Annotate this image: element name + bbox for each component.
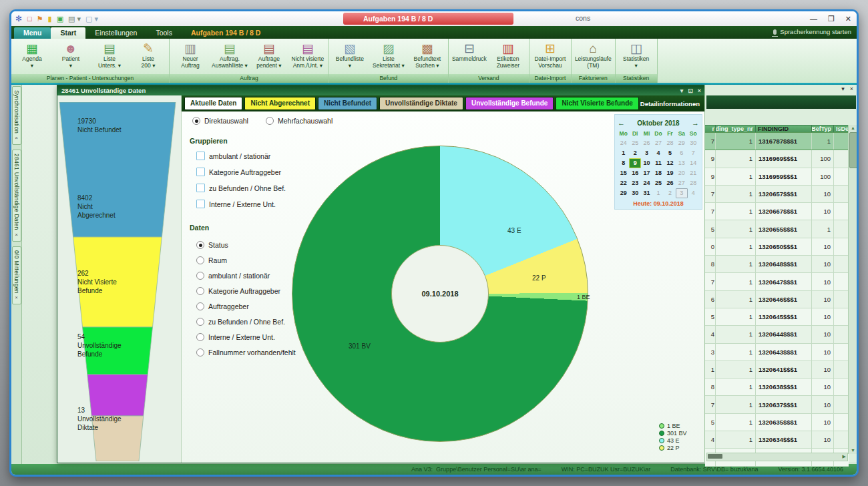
minimize-button[interactable]: — xyxy=(810,15,817,23)
column-header[interactable]: BefTyp xyxy=(812,126,834,132)
calendar-day[interactable]: 3 xyxy=(641,148,652,158)
table-row[interactable]: 1 1 1320641$$$1 10 xyxy=(705,361,849,379)
speech-recognition-button[interactable]: Spracherkennung starten xyxy=(773,28,851,35)
column-header[interactable]: finding_type_nr xyxy=(716,126,756,132)
table-row[interactable]: 7 1 1320637$$$1 10 xyxy=(705,396,849,413)
task-badge[interactable]: Aufgaben 194 B / 8 D xyxy=(343,13,513,25)
calendar-day[interactable]: 13 xyxy=(676,158,687,168)
scrollbar-thumb[interactable] xyxy=(849,132,857,168)
scroll-down-icon[interactable]: ▼ xyxy=(849,447,857,454)
table-row[interactable]: 9 1 1316959$$$1 100 xyxy=(705,168,849,186)
side-tab[interactable]: 28461 Unvollständige Daten × xyxy=(12,150,21,242)
table-row[interactable]: 5 1 1320655$$$1 1 xyxy=(705,220,849,238)
donut-chart[interactable]: 09.10.2018 xyxy=(292,146,588,442)
ribbon-tab[interactable]: Tools xyxy=(146,27,182,39)
calendar-day[interactable]: 26 xyxy=(664,178,676,188)
lock-icon[interactable]: ▮ xyxy=(48,15,52,23)
table-row[interactable]: 7 1 1320657$$$1 10 xyxy=(705,186,849,203)
table-row[interactable]: 4 1 1320644$$$1 10 xyxy=(705,326,849,343)
status-tab[interactable]: Unvollständige Befunde xyxy=(465,97,554,110)
vertical-scrollbar[interactable]: ▲ ▼ xyxy=(848,125,857,454)
neuer-auftrag-icon[interactable]: ▥Neuer Auftrag xyxy=(171,40,210,70)
befundliste-icon[interactable]: ▧Befundliste ▾ xyxy=(331,40,369,70)
calendar-day[interactable]: 21 xyxy=(688,168,699,178)
calendar-day[interactable]: 17 xyxy=(641,168,652,178)
maximize-button[interactable]: ❒ xyxy=(828,15,835,23)
ribbon-tab[interactable]: Aufgaben 194 B / 8 D xyxy=(182,27,270,39)
calendar-day[interactable]: 29 xyxy=(618,188,629,198)
scrollbar-thumb[interactable] xyxy=(708,454,722,459)
calendar-day[interactable]: 1 xyxy=(652,188,664,198)
column-header[interactable]: FINDINGID xyxy=(756,126,812,132)
print-dropdown-icon[interactable]: ▤ ▾ xyxy=(68,15,81,23)
nicht-visierte-icon[interactable]: ▤Nicht visierte Anm./Unt. ▾ xyxy=(288,40,327,70)
restore-icon[interactable]: ⊡ xyxy=(688,87,693,94)
calendar-day[interactable]: 15 xyxy=(618,168,629,178)
patient-icon[interactable]: ☻Patient ▾ xyxy=(51,40,90,70)
calendar-day[interactable]: 27 xyxy=(652,138,664,148)
ribbon-tab[interactable]: Einstellungen xyxy=(85,27,146,39)
column-header[interactable]: IsDelete xyxy=(834,126,849,132)
calendar-day[interactable]: 10 xyxy=(641,158,652,168)
key-icon[interactable]: ⚑ xyxy=(37,15,43,23)
close-icon[interactable]: × xyxy=(15,294,18,300)
table-row[interactable]: 4 1 1320634$$$1 10 xyxy=(705,431,849,449)
close-icon[interactable]: × xyxy=(15,135,18,141)
calendar-next-icon[interactable]: → xyxy=(692,119,699,127)
calendar-day[interactable]: 12 xyxy=(664,158,676,168)
calendar-day[interactable]: 1 xyxy=(618,148,629,158)
calendar-day[interactable]: 7 xyxy=(688,148,699,158)
daten-radio[interactable]: Kategorie Auftraggeber xyxy=(196,287,280,295)
calendar-day[interactable]: 18 xyxy=(652,168,664,178)
close-icon[interactable]: × xyxy=(698,87,701,94)
calendar-day[interactable]: 6 xyxy=(676,148,687,158)
statistiken-icon[interactable]: ◫Statistiken ▾ xyxy=(617,40,656,70)
table-row[interactable]: 5 1 1320635$$$1 10 xyxy=(705,414,849,431)
calendar-day[interactable]: 30 xyxy=(629,188,640,198)
gruppieren-checkbox[interactable]: Kategorie Auftraggeber xyxy=(196,168,281,176)
calendar-prev-icon[interactable]: ← xyxy=(618,119,625,127)
daten-radio[interactable]: Status xyxy=(196,241,228,249)
table-row[interactable]: 7 1 1320647$$$1 10 xyxy=(705,273,849,290)
table-row[interactable]: 8 1 1320638$$$1 10 xyxy=(705,379,849,396)
daten-radio[interactable]: Interne / Externe Unt. xyxy=(196,333,275,341)
table-row[interactable]: 7 1 1320667$$$1 10 xyxy=(705,203,849,220)
dialog-titlebar[interactable]: 28461 Unvollständige Daten ▾ ⊡ × xyxy=(57,85,705,95)
scroll-right-icon[interactable]: ▶ xyxy=(843,453,846,460)
daten-radio[interactable]: ambulant / stationär xyxy=(196,272,270,280)
selection-radio[interactable]: Direktauswahl xyxy=(192,117,248,125)
close-button[interactable]: ✕ xyxy=(845,15,851,23)
calendar-day[interactable]: 24 xyxy=(618,138,629,148)
status-tab[interactable]: Aktuelle Daten xyxy=(184,97,242,110)
status-tab[interactable]: Nicht Visierte Befunde xyxy=(556,97,639,110)
agenda-icon[interactable]: ▦Agenda ▾ xyxy=(13,40,51,70)
calendar-day[interactable]: 28 xyxy=(664,138,676,148)
calendar-day[interactable]: 27 xyxy=(676,178,687,188)
sammeldruck-icon[interactable]: ⊟Sammeldruck xyxy=(450,40,489,64)
collapse-icon[interactable]: ▾ xyxy=(841,85,845,95)
leistungslaeufe-icon[interactable]: ⌂Leistungsläufe (TM) xyxy=(573,40,614,70)
column-header[interactable]: r xyxy=(705,126,716,132)
calendar-day[interactable]: 24 xyxy=(641,178,652,188)
calendar-day[interactable]: 31 xyxy=(641,188,652,198)
calendar-day[interactable]: 5 xyxy=(664,148,676,158)
datei-import-vorschau-icon[interactable]: ⊞Datei-Import Vorschau xyxy=(531,40,570,70)
pin-icon[interactable]: ▾ xyxy=(680,87,684,94)
gruppieren-checkbox[interactable]: ambulant / stationär xyxy=(196,152,270,160)
calendar-day[interactable]: 22 xyxy=(618,178,629,188)
calendar-day[interactable]: 9 xyxy=(629,158,640,168)
close-icon[interactable]: × xyxy=(15,232,18,238)
selection-radio[interactable]: Mehrfachauswahl xyxy=(266,117,333,125)
liste-untersuchungen-icon[interactable]: ▤Liste Unters. ▾ xyxy=(90,40,129,70)
table-row[interactable]: 9 1 1316969$$$1 100 xyxy=(705,150,849,168)
calendar-day[interactable]: 29 xyxy=(676,138,687,148)
table-row[interactable]: 5 1 1320645$$$1 10 xyxy=(705,308,849,326)
daten-radio[interactable]: Fallnummer vorhanden/fehlt xyxy=(196,348,296,356)
etiketten-zuweiser-icon[interactable]: ▥Etiketten Zuweiser xyxy=(489,40,527,70)
calendar-day[interactable]: 30 xyxy=(688,138,699,148)
liste-200-icon[interactable]: ✎Liste 200 ▾ xyxy=(129,40,168,70)
table-row[interactable]: 6 1 1320646$$$1 10 xyxy=(705,291,849,308)
table-row[interactable]: 7 1 1316787$$$1 1 xyxy=(705,132,849,150)
daten-radio[interactable]: Auftraggeber xyxy=(196,302,249,310)
calendar-day[interactable]: 11 xyxy=(652,158,664,168)
